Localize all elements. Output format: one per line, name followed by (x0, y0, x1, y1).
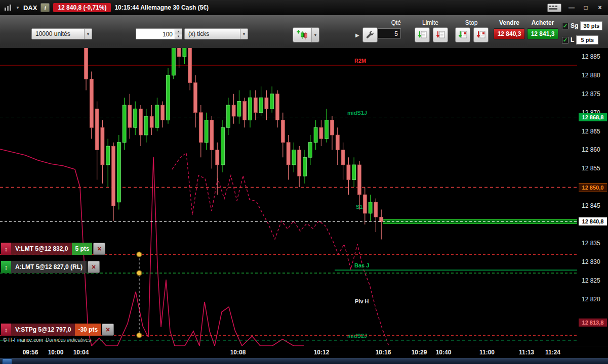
sg-value-input[interactable]: 30 pts (580, 21, 602, 30)
close-button[interactable]: × (596, 4, 604, 11)
buy-stop-button[interactable] (455, 27, 470, 42)
time-tick-label: 10:40 (431, 349, 456, 356)
sell-stop-button[interactable] (473, 27, 489, 42)
price-badge-orange: 12 850,0 (579, 183, 607, 192)
order-settings-button[interactable] (362, 27, 378, 42)
units-dropdown[interactable]: 10000 unités ▼ (31, 28, 92, 39)
chart-area[interactable]: R2MmidS1JS1JBas JPiv HmidS2J ↕ V:LMT 5@1… (0, 48, 579, 346)
price-badge-green: 12 868,8 (579, 113, 607, 121)
time-tick-label: 11:24 (541, 349, 565, 356)
time-tick-label: 10:29 (407, 349, 431, 356)
order-label-sell-limit[interactable]: ↕ V:LMT 5@12 832,0 5 pts × (1, 243, 105, 255)
restore-button[interactable]: □ (582, 4, 590, 11)
interval-unit-value: (x) ticks (185, 30, 240, 37)
price-tick-label: 12 875 (582, 90, 600, 98)
time-tick-label: 10:00 (44, 349, 68, 356)
buy-limit-icon (418, 31, 427, 39)
price-tick-label: 12 885 (582, 53, 600, 60)
cancel-order-button[interactable]: × (93, 243, 105, 255)
sell-stop-icon (476, 31, 485, 39)
taskbar (0, 358, 608, 364)
spinner-buttons[interactable]: ▲▼ (175, 29, 182, 39)
buy-limit-button[interactable] (415, 27, 430, 42)
sg-label: Sg (571, 22, 578, 29)
time-tick-label: 10:12 (309, 349, 334, 356)
instrument-symbol[interactable]: DAX (23, 4, 37, 12)
sg-checkbox[interactable]: ✓ (562, 23, 569, 29)
updown-arrow-icon[interactable]: ↕ (1, 324, 11, 336)
time-tick-label: 09:56 (18, 349, 43, 356)
watermark-copyright: © IT-Finance.com (3, 337, 43, 343)
price-tick-label: 12 845 (582, 202, 600, 209)
time-axis[interactable]: 09:5610:0010:0410:0810:1210:1610:2910:40… (0, 346, 608, 358)
time-tick-label: 11:13 (514, 349, 539, 356)
chevron-down-icon[interactable]: ▼ (16, 6, 20, 10)
units-dropdown-value: 10000 unités (32, 30, 84, 37)
limit-offset-row: ✓ L 5 pts (562, 35, 598, 44)
stop-header: Stop (454, 19, 489, 26)
sell-market-button[interactable]: 12 840,3 (494, 28, 525, 39)
last-price-badge: 12 840,8 (-0,71%) (53, 3, 111, 12)
minimize-button[interactable]: — (568, 4, 576, 11)
expand-arrow-icon[interactable]: ▶ (355, 32, 359, 38)
order-label-stop[interactable]: ↕ V:STPg 5@12 797,0 -30 pts × (1, 324, 114, 336)
updown-arrow-icon[interactable]: ↕ (1, 243, 11, 255)
buy-stop-icon (458, 31, 467, 39)
titlebar: ▼ DAX i 12 840,8 (-0,71%) 10:15:44 Allem… (0, 0, 608, 15)
price-tick-label: 12 830 (582, 258, 600, 265)
info-button[interactable]: i (40, 3, 50, 12)
svg-text:R2M: R2M (354, 58, 366, 64)
time-tick-label: 10:16 (371, 349, 395, 356)
app-icon (4, 4, 12, 11)
chevron-down-icon: ▼ (84, 29, 92, 39)
interval-unit-dropdown[interactable]: (x) ticks ▼ (184, 28, 248, 39)
price-axis[interactable]: 12 88512 88012 87512 87012 86512 86012 8… (579, 48, 608, 346)
taskbar-app-icon[interactable] (2, 358, 12, 364)
time-tick-label: 11:00 (475, 349, 499, 356)
svg-text:Bas J: Bas J (354, 262, 369, 268)
stop-guard-row: ✓ Sg 30 pts (562, 21, 602, 30)
cancel-order-button[interactable]: × (88, 261, 100, 273)
price-badge-white: 12 840,8 (579, 217, 607, 225)
price-tick-label: 12 880 (582, 72, 600, 79)
spin-down-icon[interactable]: ▼ (175, 34, 182, 39)
l-label: L (571, 36, 574, 43)
order-text: V:LMT 5@12 832,0 (11, 243, 72, 255)
svg-text:Piv H: Piv H (355, 298, 369, 304)
watermark-note: Données indicatives (46, 337, 91, 343)
price-badge-red: 12 813,8 (579, 318, 607, 327)
sell-limit-icon (436, 31, 445, 39)
svg-text:midS1J: midS1J (347, 110, 367, 116)
price-tick-label: 12 835 (582, 240, 600, 247)
order-pts-badge: 5 pts (72, 243, 92, 255)
limit-header: Limite (411, 19, 450, 26)
order-label-buy-limit[interactable]: ↕ A:LMT 5@12 827,0 (RL) × (1, 261, 100, 273)
trading-toolbar: 10000 unités ▼ 100 ▲▼ (x) ticks ▼ ▼ ▶ Qt… (0, 15, 608, 49)
order-text: V:STPg 5@12 797,0 (11, 324, 75, 336)
price-tick-label: 12 860 (582, 146, 600, 153)
qty-header: Qté (378, 19, 401, 26)
price-tick-label: 12 820 (582, 296, 600, 303)
l-checkbox[interactable]: ✓ (562, 37, 569, 43)
l-value-input[interactable]: 5 pts (576, 35, 598, 44)
qty-input[interactable]: 5 (378, 28, 401, 38)
buy-market-button[interactable]: 12 841,3 (527, 28, 558, 39)
order-pts-badge: -30 pts (75, 324, 101, 336)
keyboard-icon[interactable] (547, 4, 561, 12)
time-tick-label: 10:04 (69, 349, 93, 356)
interval-value: 100 (136, 29, 175, 39)
price-tick-label: 12 865 (582, 128, 600, 135)
spin-up-icon[interactable]: ▲ (175, 29, 182, 34)
chart-style-button[interactable]: ▼ (293, 27, 319, 42)
watermark: © IT-Finance.comDonnées indicatives (3, 337, 91, 343)
chevron-down-icon[interactable]: ▼ (311, 28, 319, 42)
sell-limit-button[interactable] (433, 27, 448, 42)
sell-header: Vendre (493, 19, 525, 26)
svg-text:midS2J: midS2J (347, 333, 367, 339)
interval-input[interactable]: 100 ▲▼ (136, 28, 182, 39)
price-tick-label: 12 825 (582, 277, 600, 284)
cancel-order-button[interactable]: × (102, 324, 114, 336)
updown-arrow-icon[interactable]: ↕ (1, 261, 11, 273)
wrench-icon (366, 30, 375, 39)
candlestick-chart[interactable]: R2MmidS1JS1JBas JPiv HmidS2J (0, 48, 577, 346)
